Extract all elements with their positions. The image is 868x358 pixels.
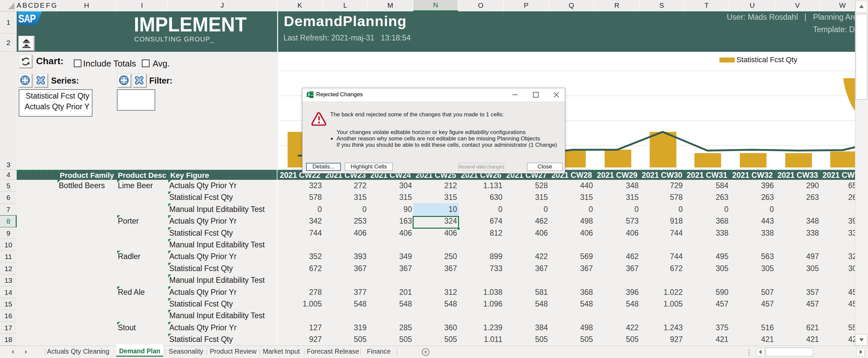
svg-text:Statistical Fcst Qty: Statistical Fcst Qty [737,55,797,64]
svg-text:X: X [307,92,310,97]
svg-text:SAP: SAP [18,12,36,25]
